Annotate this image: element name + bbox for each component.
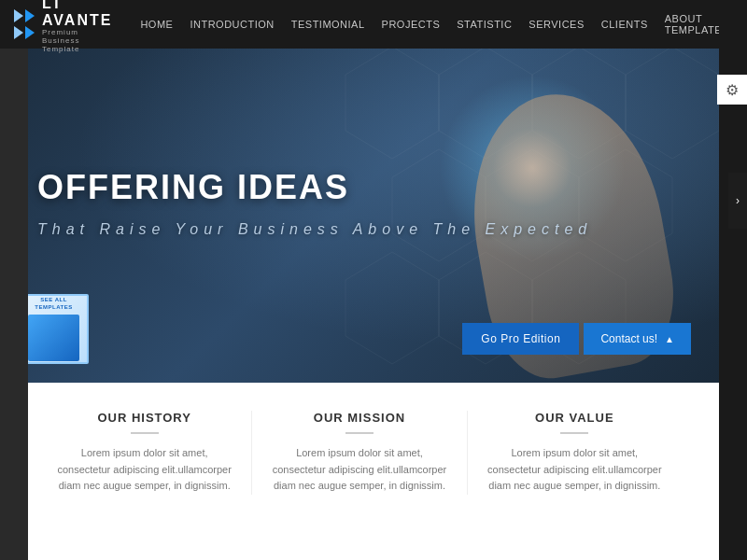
hero-content: OFFERING IDEAS That Raise Your Business … <box>37 168 592 238</box>
nav-clients[interactable]: CLIENTS <box>601 19 648 30</box>
hero-subtitle: That Raise Your Business Above The Expec… <box>37 221 592 238</box>
nav-testimonial[interactable]: TESTIMONIAL <box>291 19 365 30</box>
our-mission-heading: OUR MISSION <box>271 411 447 425</box>
our-value-col: OUR VALUE Lorem ipsum dolor sit amet, co… <box>468 411 682 495</box>
settings-button[interactable]: ⚙ <box>717 75 747 105</box>
right-sidebar-strip <box>0 0 28 560</box>
our-history-divider <box>131 432 159 434</box>
cta-area: Go Pro Edition Contact us! ▲ <box>462 323 691 355</box>
template-badge[interactable]: SEE ALL TEMPLATES <box>19 294 89 364</box>
below-hero-section: OUR HISTORY Lorem ipsum dolor sit amet, … <box>0 383 719 560</box>
logo-arrows <box>14 9 35 39</box>
nav-introduction[interactable]: INTRODUCTION <box>190 19 274 30</box>
svg-marker-3 <box>626 47 719 159</box>
scroll-arrow[interactable]: › <box>728 173 747 229</box>
our-mission-col: OUR MISSION Lorem ipsum dolor sit amet, … <box>252 411 467 495</box>
contact-button[interactable]: Contact us! ▲ <box>584 323 691 355</box>
our-history-heading: OUR HISTORY <box>56 411 233 425</box>
gear-icon: ⚙ <box>726 81 739 99</box>
arrow-chevron-3 <box>14 26 23 39</box>
hero-title: OFFERING IDEAS <box>37 168 592 207</box>
section-columns: OUR HISTORY Lorem ipsum dolor sit amet, … <box>0 383 719 513</box>
logo-title: LT AVANTE <box>42 0 112 28</box>
our-mission-text: Lorem ipsum dolor sit amet, consectetur … <box>271 445 447 495</box>
nav-home[interactable]: HOME <box>140 19 173 30</box>
chevron-up-icon: ▲ <box>665 334 674 344</box>
logo[interactable]: LT AVANTE Premium Business Template <box>14 0 112 53</box>
navbar: LT AVANTE Premium Business Template HOME… <box>0 0 719 49</box>
go-pro-button[interactable]: Go Pro Edition <box>462 323 579 355</box>
badge-text: SEE ALL TEMPLATES <box>21 297 87 312</box>
contact-label: Contact us! <box>600 332 657 345</box>
logo-tagline: Premium Business Template <box>42 28 112 53</box>
svg-marker-0 <box>345 47 439 159</box>
arrow-chevron-1 <box>14 9 23 22</box>
our-history-col: OUR HISTORY Lorem ipsum dolor sit amet, … <box>37 411 252 495</box>
arrow-chevron-4 <box>25 26 35 39</box>
our-history-text: Lorem ipsum dolor sit amet, consectetur … <box>56 445 233 495</box>
our-mission-divider <box>345 432 374 434</box>
arrow-chevron-2 <box>25 9 35 22</box>
nav-statistic[interactable]: STATISTIC <box>457 19 512 30</box>
hero-section: LT AVANTE Premium Business Template HOME… <box>0 0 719 383</box>
our-value-divider <box>560 432 588 434</box>
our-value-heading: OUR VALUE <box>486 411 663 425</box>
nav-projects[interactable]: PROJECTS <box>382 19 441 30</box>
nav-services[interactable]: SERVICES <box>529 19 584 30</box>
nav-about-template[interactable]: ABOUT TEMPLATE <box>665 13 719 35</box>
nav-links: HOME INTRODUCTION TESTIMONIAL PROJECTS S… <box>140 13 719 35</box>
chevron-right-icon: › <box>736 194 740 207</box>
badge-image <box>28 315 79 361</box>
logo-text-area: LT AVANTE Premium Business Template <box>42 0 112 53</box>
svg-marker-7 <box>345 252 439 364</box>
our-value-text: Lorem ipsum dolor sit amet, consectetur … <box>486 445 663 495</box>
